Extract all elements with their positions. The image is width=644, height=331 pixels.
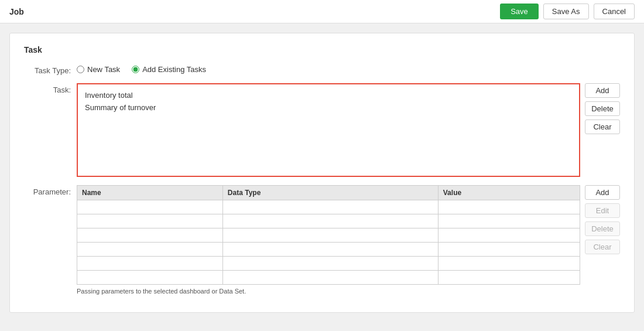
- task-add-button[interactable]: Add: [585, 83, 620, 98]
- param-header-row: Name Data Type Value: [77, 186, 580, 200]
- task-box-wrapper: Inventory total Summary of turnover Add …: [77, 83, 620, 177]
- radio-add-existing[interactable]: Add Existing Tasks: [132, 65, 206, 74]
- task-delete-button[interactable]: Delete: [585, 101, 620, 116]
- task-side-buttons: Add Delete Clear: [585, 83, 620, 134]
- param-table-wrapper: Name Data Type Value: [77, 185, 580, 295]
- header-buttons: Save Save As Cancel: [500, 4, 635, 19]
- radio-new-task-label: New Task: [87, 65, 120, 74]
- section-title: Task: [24, 45, 620, 54]
- radio-add-existing-input[interactable]: [132, 66, 139, 73]
- task-type-label: Task Type:: [24, 64, 77, 75]
- param-col-datatype: Data Type: [222, 186, 438, 200]
- task-type-row: Task Type: New Task Add Existing Tasks: [24, 64, 620, 75]
- main-content: Task Task Type: New Task Add Existing Ta…: [9, 33, 635, 313]
- param-delete-button[interactable]: Delete: [585, 221, 620, 236]
- param-col-name: Name: [77, 186, 223, 200]
- radio-new-task[interactable]: New Task: [77, 65, 120, 74]
- task-type-radio-group: New Task Add Existing Tasks: [77, 64, 620, 74]
- task-row: Task: Inventory total Summary of turnove…: [24, 83, 620, 177]
- param-note: Passing parameters to the selected dashb…: [77, 288, 580, 295]
- radio-new-task-input[interactable]: [77, 66, 84, 73]
- param-add-button[interactable]: Add: [585, 185, 620, 200]
- save-button[interactable]: Save: [500, 4, 539, 19]
- parameter-label: Parameter:: [24, 185, 77, 196]
- param-clear-button[interactable]: Clear: [585, 240, 620, 254]
- parameter-row: Parameter: Name Data Type Value: [24, 185, 620, 295]
- parameter-table: Name Data Type Value: [77, 185, 580, 285]
- task-label: Task:: [24, 83, 77, 94]
- list-item[interactable]: Summary of turnover: [83, 101, 574, 114]
- top-bar: Job Save Save As Cancel: [0, 0, 644, 23]
- task-type-control: New Task Add Existing Tasks: [77, 64, 620, 74]
- task-clear-button[interactable]: Clear: [585, 120, 620, 134]
- list-item[interactable]: Inventory total: [83, 89, 574, 101]
- param-side-buttons: Add Edit Delete Clear: [585, 185, 620, 254]
- cancel-button[interactable]: Cancel: [594, 4, 635, 19]
- save-as-button[interactable]: Save As: [543, 4, 589, 19]
- radio-add-existing-label: Add Existing Tasks: [142, 65, 206, 74]
- param-edit-button[interactable]: Edit: [585, 203, 620, 218]
- task-list-box[interactable]: Inventory total Summary of turnover: [77, 83, 580, 177]
- param-box-wrapper: Name Data Type Value: [77, 185, 620, 295]
- param-empty-row: [77, 200, 580, 214]
- page-title: Job: [9, 7, 24, 16]
- param-col-value: Value: [438, 186, 580, 200]
